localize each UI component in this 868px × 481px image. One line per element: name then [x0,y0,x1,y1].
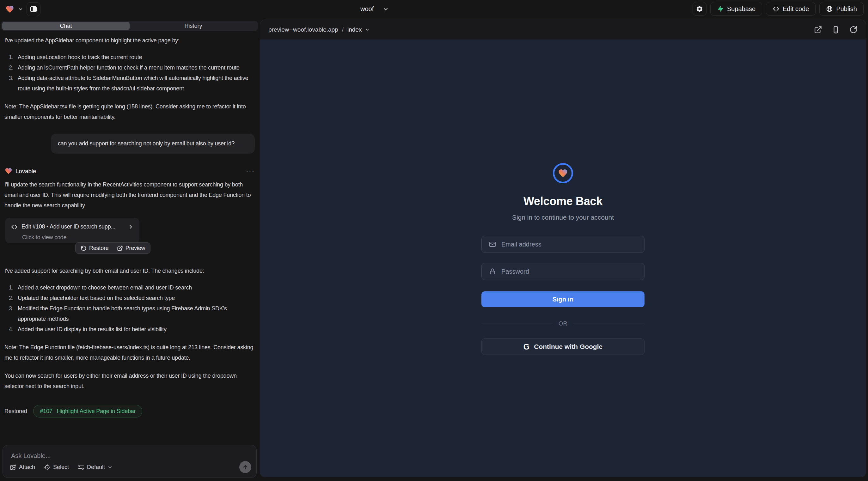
restore-preview-pill: Restore Preview [75,243,151,254]
or-divider: OR [482,320,645,327]
project-switcher[interactable]: woof [360,0,389,18]
lovable-avatar-heart-icon [4,167,13,175]
supabase-button[interactable]: Supabase [710,2,762,16]
ordered-list: 1. Added a select dropdown to choose bet… [4,283,255,335]
list-item-text: Adding useLocation hook to track the cur… [18,52,255,63]
preview-app-viewport: Welcome Back Sign in to continue to your… [260,39,866,477]
restore-icon [81,245,87,251]
edit-code-button[interactable]: Edit code [766,2,815,16]
version-number: #107 [40,406,52,417]
divider-line [573,324,645,324]
app-logo [553,163,573,183]
assistant-header: Lovable ··· [4,166,255,176]
list-number: 3. [4,303,18,324]
restored-version-badge[interactable]: #107 Highlight Active Page in Sidebar [33,405,142,417]
version-title: Highlight Active Page in Sidebar [57,406,136,417]
external-link-icon [814,26,822,34]
list-item: 3. Adding data-active attribute to Sideb… [4,73,255,94]
arrow-up-icon [242,464,248,470]
divider-line [482,324,553,324]
edit-card[interactable]: Edit #108 • Add user ID search supp... C… [5,218,140,243]
assistant-note: Note: The AppSidebar.tsx file is getting… [4,101,255,122]
preview-url-selector[interactable]: preview--woof.lovable.app / index [268,26,370,33]
send-button[interactable] [239,461,251,473]
list-number: 2. [4,293,18,303]
message-list: I've updated the AppSidebar component to… [0,31,259,461]
refresh-icon [849,26,858,34]
publish-label: Publish [836,5,857,13]
edit-code-label: Edit code [783,5,809,13]
list-number: 2. [4,63,18,73]
assistant-name: Lovable [16,166,36,177]
edit-card-subtitle: Click to view code [22,232,134,243]
toggle-sidebar-button[interactable] [27,2,40,16]
mobile-view-button[interactable] [832,26,840,34]
list-item-text: Updated the placeholder text based on th… [18,293,255,303]
workspace-chevron-down-icon[interactable] [18,6,23,12]
list-item-text: Adding data-active attribute to SidebarM… [18,73,255,94]
supabase-bolt-icon [717,5,724,12]
attach-button[interactable]: Attach [10,464,35,471]
list-number: 1. [4,283,18,293]
list-number: 1. [4,52,18,63]
google-g-icon: G [523,342,529,351]
tab-chat-label: Chat [60,23,72,29]
ordered-list: 1. Adding useLocation hook to track the … [4,52,255,94]
mail-icon [489,241,496,248]
publish-button[interactable]: Publish [819,2,864,16]
restore-button[interactable]: Restore [81,245,109,252]
composer[interactable]: Ask Lovable... Attach Select Default [3,445,257,478]
select-button[interactable]: Select [44,464,69,471]
settings-button[interactable] [692,2,707,16]
restore-label: Restore [89,245,109,252]
mode-chevron-down-icon [107,464,113,470]
url-chevron-down-icon [365,27,370,32]
gear-icon [696,5,703,13]
preview-page: index [347,26,362,33]
supabase-label: Supabase [727,5,755,13]
email-field[interactable]: Email address [482,236,645,253]
or-label: OR [559,320,567,327]
smartphone-icon [832,26,840,34]
assistant-paragraph: I've updated the AppSidebar component to… [4,35,255,46]
refresh-button[interactable] [849,26,858,34]
select-label: Select [53,464,69,471]
lovable-logo-icon[interactable] [5,5,14,13]
heart-icon [558,168,568,178]
assistant-paragraph: You can now search for users by either t… [4,371,255,391]
preview-header: preview--woof.lovable.app / index [260,20,866,39]
list-item: 2. Adding an isCurrentPath helper functi… [4,63,255,73]
preview-button[interactable]: Preview [117,245,146,252]
sign-in-button[interactable]: Sign in [482,291,645,307]
composer-input[interactable]: Ask Lovable... [11,452,251,459]
page-subtitle: Sign in to continue to your account [482,214,645,221]
preview-panel: preview--woof.lovable.app / index [260,20,866,477]
sign-in-card: Welcome Back Sign in to continue to your… [482,163,645,355]
tab-history[interactable]: History [130,22,257,30]
code-brackets-icon [11,223,18,230]
external-link-icon [117,245,123,251]
list-item-text: Added a select dropdown to choose betwee… [18,283,255,293]
tab-chat[interactable]: Chat [2,22,130,30]
password-field[interactable]: Password [482,263,645,280]
attach-label: Attach [19,464,35,471]
code-brackets-icon [773,5,779,12]
url-separator: / [342,26,344,33]
list-number: 3. [4,73,18,94]
list-item: 3. Modified the Edge Function to handle … [4,303,255,324]
more-options-icon[interactable]: ··· [246,169,255,172]
google-sign-in-button[interactable]: G Continue with Google [482,339,645,355]
list-item-text: Added the user ID display in the results… [18,324,255,335]
password-placeholder: Password [501,268,529,275]
list-item: 1. Adding useLocation hook to track the … [4,52,255,63]
mode-selector[interactable]: Default [78,464,113,471]
restored-label: Restored [4,406,27,417]
lock-icon [489,268,496,275]
composer-toolbar: Attach Select Default [10,461,251,473]
open-in-new-tab-button[interactable] [814,26,822,34]
assistant-paragraph: I've added support for searching by both… [4,266,255,276]
preview-label: Preview [125,245,146,252]
preview-url: preview--woof.lovable.app [268,26,338,33]
edit-card-title: Edit #108 • Add user ID search supp... [22,222,124,232]
list-item: 2. Updated the placeholder text based on… [4,293,255,303]
